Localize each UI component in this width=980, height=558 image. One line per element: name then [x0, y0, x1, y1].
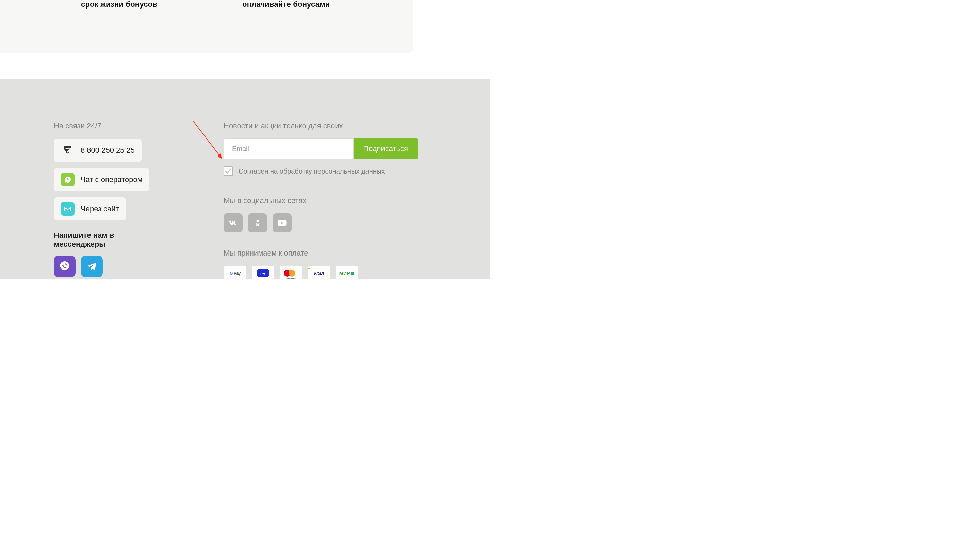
consent-link[interactable]: персональных данных	[314, 167, 385, 175]
subscribe-row: Подписаться	[223, 138, 417, 159]
visa-label: VISA	[314, 271, 325, 276]
svg-point-0	[64, 146, 66, 148]
payments-heading: Мы принимаем к оплате	[223, 249, 417, 258]
telegram-button[interactable]	[81, 256, 103, 277]
cropped-text-1: тивы	[0, 253, 2, 260]
youtube-button[interactable]	[272, 213, 292, 232]
chat-label: Чат с оператором	[80, 175, 143, 184]
phone-icon	[61, 144, 74, 157]
ok-button[interactable]	[248, 213, 267, 232]
vk-button[interactable]	[223, 213, 243, 232]
mastercard-label: mastercard	[287, 277, 296, 279]
samsungpay-card: pay	[251, 266, 274, 279]
samsungpay-label: pay	[257, 269, 269, 277]
gpay-card: G Pay	[223, 266, 247, 279]
site-contact-label: Через сайт	[80, 205, 119, 213]
messengers-heading: Напишите нам в мессенджеры	[54, 231, 166, 249]
newsletter-heading: Новости и акции только для своих	[223, 121, 417, 130]
messenger-row	[54, 256, 166, 277]
contact-column: На связи 24/7 8 800 250 25 25 Чат с опер…	[54, 121, 166, 277]
svg-point-1	[69, 146, 71, 148]
svg-point-2	[256, 220, 259, 222]
subscribe-button[interactable]: Подписаться	[353, 138, 417, 159]
phone-button[interactable]: 8 800 250 25 25	[54, 138, 142, 162]
contact-heading: На связи 24/7	[54, 121, 166, 130]
socials-row	[223, 213, 417, 232]
viber-button[interactable]	[54, 256, 76, 277]
consent-row: Согласен на обработку персональных данны…	[223, 166, 417, 176]
mail-icon	[61, 202, 74, 216]
phone-label: 8 800 250 25 25	[80, 146, 135, 155]
site-contact-button[interactable]: Через сайт	[54, 197, 126, 221]
chat-icon	[61, 173, 74, 187]
payments-row: G Pay pay mastercard VISA МИР	[223, 266, 417, 279]
mastercard-card: mastercard	[279, 266, 302, 279]
chat-button[interactable]: Чат с оператором	[54, 168, 150, 192]
mir-label: МИР	[339, 271, 350, 276]
consent-pre: Согласен на обработку	[238, 167, 314, 175]
mir-card: МИР	[335, 266, 358, 279]
consent-text: Согласен на обработку персональных данны…	[238, 167, 385, 175]
consent-checkbox[interactable]	[223, 166, 233, 176]
promo-card: с срок жизни бонусов оплачивайте бонусам…	[0, 0, 414, 53]
promo-text-2: срок жизни бонусов	[81, 0, 157, 9]
visa-card: VISA	[307, 266, 330, 279]
email-input[interactable]	[223, 138, 353, 159]
newsletter-column: Новости и акции только для своих Подписа…	[223, 121, 417, 279]
socials-heading: Мы в социальных сетях	[223, 196, 417, 205]
footer: На связи 24/7 8 800 250 25 25 Чат с опер…	[0, 79, 490, 279]
promo-text-3: оплачивайте бонусами	[242, 0, 330, 9]
